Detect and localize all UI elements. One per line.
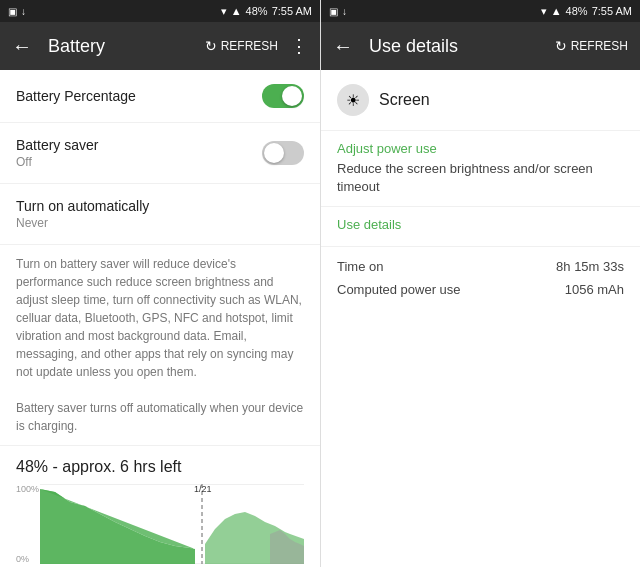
battery-saver-toggle[interactable] (262, 141, 304, 165)
battery-percentage-text: Battery Percentage (16, 88, 136, 104)
adjust-power-section: Adjust power use Reduce the screen brigh… (321, 131, 640, 207)
battery-saver-label: Battery saver (16, 137, 98, 153)
screenshot-icon: ▣ (8, 6, 17, 17)
battery-percentage-label: Battery Percentage (16, 88, 136, 104)
battery-status: 48% - approx. 6 hrs left (0, 446, 320, 480)
right-refresh-button[interactable]: ↻ REFRESH (555, 38, 628, 54)
adjust-power-description: Reduce the screen brightness and/or scre… (337, 160, 624, 196)
right-top-bar: ← Use details ↻ REFRESH (321, 22, 640, 70)
battery-saver-text: Battery saver Off (16, 137, 98, 169)
right-page-title: Use details (369, 36, 539, 57)
time-on-label: Time on (337, 259, 383, 274)
refresh-label: REFRESH (221, 39, 278, 53)
computed-power-value: 1056 mAh (565, 282, 624, 297)
download-icon: ↓ (21, 6, 26, 17)
y-label-100: 100% (16, 484, 39, 494)
screen-detail-icon: ☀ (337, 84, 369, 116)
turn-on-automatically-text: Turn on automatically Never (16, 198, 149, 230)
status-bar-right: ▾ ▲ 48% 7:55 AM (221, 5, 312, 18)
battery-saver-description: Turn on battery saver will reduce device… (0, 245, 320, 446)
svg-marker-3 (40, 489, 195, 564)
more-menu-button[interactable]: ⋮ (290, 35, 308, 57)
screen-header: ☀ Screen (321, 70, 640, 131)
computed-power-label: Computed power use (337, 282, 461, 297)
description-text-2: Battery saver turns off automatically wh… (16, 401, 303, 433)
time-on-row: Time on 8h 15m 33s (337, 255, 624, 278)
right-download-icon: ↓ (342, 6, 347, 17)
time-on-value: 8h 15m 33s (556, 259, 624, 274)
right-signal-icon: ▲ (551, 5, 562, 17)
battery-percentage-toggle[interactable] (262, 84, 304, 108)
battery-saver-row[interactable]: Battery saver Off (0, 123, 320, 184)
wifi-icon: ▾ (221, 5, 227, 18)
right-status-right: ▾ ▲ 48% 7:55 AM (541, 5, 632, 18)
screen-detail-icon-glyph: ☀ (346, 91, 360, 110)
signal-icon: ▲ (231, 5, 242, 17)
y-label-0: 0% (16, 554, 39, 564)
settings-list: Battery Percentage Battery saver Off Tur… (0, 70, 320, 567)
right-refresh-label: REFRESH (571, 39, 628, 53)
use-details-content: ☀ Screen Adjust power use Reduce the scr… (321, 70, 640, 567)
left-top-bar: ← Battery ↻ REFRESH ⋮ (0, 22, 320, 70)
chart-svg (40, 484, 304, 564)
chart-date-label: 1/21 (194, 484, 212, 494)
back-button[interactable]: ← (12, 35, 32, 58)
use-details-section-title: Use details (337, 217, 624, 232)
battery-saver-sub: Off (16, 155, 98, 169)
battery-chart: 100% 0% (16, 484, 304, 567)
right-panel: ▣ ↓ ▾ ▲ 48% 7:55 AM ← Use details ↻ REFR… (320, 0, 640, 567)
status-bar-left-icons: ▣ ↓ (8, 6, 26, 17)
screen-detail-name: Screen (379, 91, 430, 109)
battery-percentage-row[interactable]: Battery Percentage (0, 70, 320, 123)
right-status-bar: ▣ ↓ ▾ ▲ 48% 7:55 AM (321, 0, 640, 22)
refresh-icon: ↻ (205, 38, 217, 54)
use-details-section: Use details (321, 207, 640, 247)
adjust-power-title: Adjust power use (337, 141, 624, 156)
right-status-left: ▣ ↓ (329, 6, 347, 17)
time-display: 7:55 AM (272, 5, 312, 17)
right-battery-pct: 48% (566, 5, 588, 17)
turn-on-automatically-label: Turn on automatically (16, 198, 149, 214)
right-top-bar-actions: ↻ REFRESH (555, 38, 628, 54)
page-title: Battery (48, 36, 189, 57)
turn-on-automatically-sub: Never (16, 216, 149, 230)
refresh-button[interactable]: ↻ REFRESH (205, 38, 278, 54)
detail-table: Time on 8h 15m 33s Computed power use 10… (321, 247, 640, 309)
description-text: Turn on battery saver will reduce device… (16, 257, 302, 379)
battery-chart-area: 100% 0% (0, 480, 320, 567)
computed-power-row: Computed power use 1056 mAh (337, 278, 624, 301)
left-status-bar: ▣ ↓ ▾ ▲ 48% 7:55 AM (0, 0, 320, 22)
right-screenshot-icon: ▣ (329, 6, 338, 17)
right-back-button[interactable]: ← (333, 35, 353, 58)
top-bar-actions: ↻ REFRESH ⋮ (205, 35, 308, 57)
right-time: 7:55 AM (592, 5, 632, 17)
right-wifi-icon: ▾ (541, 5, 547, 18)
left-panel: ▣ ↓ ▾ ▲ 48% 7:55 AM ← Battery ↻ REFRESH … (0, 0, 320, 567)
right-refresh-icon: ↻ (555, 38, 567, 54)
turn-on-automatically-row[interactable]: Turn on automatically Never (0, 184, 320, 245)
chart-y-labels: 100% 0% (16, 484, 39, 564)
battery-percent: 48% (246, 5, 268, 17)
